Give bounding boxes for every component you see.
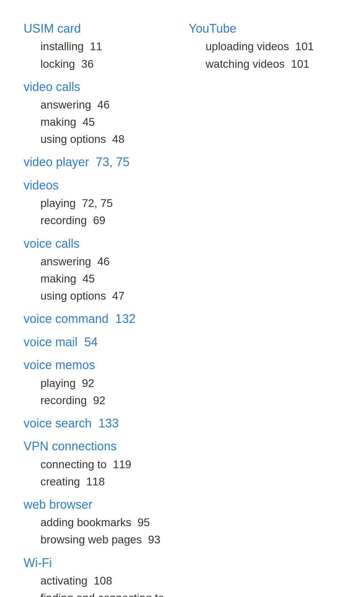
right-column: YouTubeuploading videos 101watching vide…: [182, 20, 340, 597]
index-section: voice callsanswering 46making 45using op…: [24, 235, 175, 305]
index-heading: voice memos: [24, 357, 175, 374]
index-heading: video player 73, 75: [24, 154, 175, 171]
index-section: Wi-Fiactivating 108finding and connectin…: [24, 555, 175, 597]
index-sub-item: adding bookmarks 95: [24, 514, 175, 531]
index-section: VPN connectionsconnecting to 119creating…: [24, 438, 175, 490]
index-section: voice mail 54: [24, 334, 175, 351]
index-sub-item: making 45: [24, 270, 175, 287]
index-sub-item: playing 72, 75: [24, 195, 175, 212]
index-sub-item: answering 46: [24, 253, 175, 270]
left-column: USIM cardinstalling 11locking 36video ca…: [24, 20, 182, 597]
index-heading: video calls: [24, 79, 175, 95]
index-section: voice memosplaying 92recording 92: [24, 357, 175, 409]
index-heading: USIM card: [24, 20, 175, 37]
index-sub-item: watching videos 101: [189, 55, 340, 72]
index-sub-item: connecting to 119: [24, 456, 175, 473]
index-section: video callsanswering 46making 45using op…: [24, 79, 175, 148]
index-heading: web browser: [24, 496, 175, 513]
index-heading: Wi-Fi: [24, 555, 175, 571]
index-sub-item: answering 46: [24, 96, 175, 113]
index-sub-item: recording 92: [24, 392, 175, 409]
index-sub-item: creating 118: [24, 473, 175, 490]
index-section: YouTubeuploading videos 101watching vide…: [189, 20, 340, 72]
index-heading: YouTube: [189, 20, 340, 37]
index-heading: videos: [24, 177, 175, 194]
index-heading: voice command 132: [24, 310, 175, 327]
index-sub-item: using options 48: [24, 130, 175, 148]
index-section: USIM cardinstalling 11locking 36: [24, 20, 175, 72]
index-heading: voice mail 54: [24, 334, 175, 351]
index-section: video player 73, 75: [24, 154, 175, 171]
index-sub-item: using options 47: [24, 287, 175, 304]
index-section: videosplaying 72, 75recording 69: [24, 177, 175, 229]
index-sub-item: making 45: [24, 113, 175, 130]
index-sub-item: finding and connecting to networks 108: [24, 589, 175, 597]
index-section: voice search 133: [24, 415, 175, 432]
index-section: voice command 132: [24, 310, 175, 327]
index-sub-item: playing 92: [24, 375, 175, 392]
index-heading: VPN connections: [24, 438, 175, 455]
index-section: web browseradding bookmarks 95browsing w…: [24, 496, 175, 548]
index-sub-item: locking 36: [24, 55, 175, 72]
index-sub-item: installing 11: [24, 38, 175, 55]
index-sub-item: browsing web pages 93: [24, 531, 175, 548]
index-sub-item: activating 108: [24, 572, 175, 589]
index-sub-item: uploading videos 101: [189, 38, 340, 55]
index-heading: voice calls: [24, 235, 175, 252]
index-sub-item: recording 69: [24, 212, 175, 229]
index-heading: voice search 133: [24, 415, 175, 432]
